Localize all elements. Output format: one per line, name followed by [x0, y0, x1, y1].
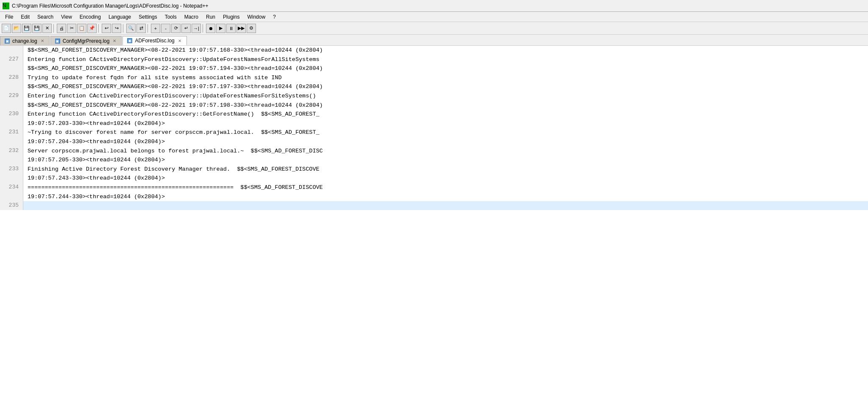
tab-changelog-label: change.log	[12, 38, 37, 44]
tab-adforest-close[interactable]: ✕	[177, 39, 182, 43]
line-number-14	[0, 174, 23, 183]
toolbar-record[interactable]: ⏺	[206, 24, 215, 33]
line-number-9: 231	[0, 128, 23, 137]
line-content-5[interactable]: Entering function CActiveDirectoryForest…	[23, 91, 868, 101]
line-content-10[interactable]: 19:07:57.204-330><thread=10244 (0x2804)>	[23, 137, 868, 147]
table-row: 230Entering function CActiveDirectoryFor…	[0, 110, 868, 119]
tab-changelog-close[interactable]: ✕	[40, 39, 45, 43]
toolbar-run[interactable]: ▶▶	[236, 24, 246, 33]
toolbar-save[interactable]: 💾	[22, 24, 31, 33]
tab-changelog-icon: ▣	[5, 39, 10, 44]
toolbar-open[interactable]: 📂	[12, 24, 21, 33]
app-icon: N	[3, 3, 9, 9]
line-number-17: 235	[0, 201, 23, 210]
toolbar: 📄 📂 💾 💾 ✕ 🖨 ✂ 📋 📌 ↩ ↪ 🔍 ⇄ + - ⟳ ↵ →| ⏺ ▶…	[0, 22, 868, 35]
toolbar-stop[interactable]: ⏸	[226, 24, 236, 33]
line-number-16	[0, 192, 23, 202]
toolbar-save-all[interactable]: 💾	[32, 24, 42, 33]
menu-item-settings[interactable]: Settings	[135, 13, 160, 21]
toolbar-zoom-out[interactable]: -	[161, 24, 170, 33]
toolbar-redo[interactable]: ↪	[112, 24, 121, 33]
table-row: 235	[0, 201, 868, 210]
table-row: 19:07:57.244-330><thread=10244 (0x2804)>	[0, 192, 868, 202]
line-number-11: 232	[0, 147, 23, 156]
line-content-7[interactable]: Entering function CActiveDirectoryForest…	[23, 110, 868, 119]
menu-item-file[interactable]: File	[2, 13, 17, 21]
table-row: $$<SMS_AD_FOREST_DISCOVERY_MANAGER><08-2…	[0, 46, 868, 55]
toolbar-replace[interactable]: ⇄	[136, 24, 146, 33]
line-content-15[interactable]: ========================================…	[23, 183, 868, 192]
menu-item-search[interactable]: Search	[34, 13, 57, 21]
table-row: 233Finishing Active Directory Forest Dis…	[0, 165, 868, 174]
line-number-12	[0, 155, 23, 165]
line-content-3[interactable]: Trying to update forest fqdn for all sit…	[23, 73, 868, 83]
line-content-1[interactable]: Entering function CActiveDirectoryForest…	[23, 55, 868, 64]
line-content-17[interactable]	[23, 201, 868, 210]
table-row: $$<SMS_AD_FOREST_DISCOVERY_MANAGER><08-2…	[0, 82, 868, 91]
line-number-10	[0, 137, 23, 147]
tab-configmgr-icon: ▣	[55, 39, 60, 44]
line-content-0[interactable]: $$<SMS_AD_FOREST_DISCOVERY_MANAGER><08-2…	[23, 46, 868, 55]
toolbar-indent[interactable]: →|	[192, 24, 201, 33]
toolbar-undo[interactable]: ↩	[102, 24, 111, 33]
line-content-4[interactable]: $$<SMS_AD_FOREST_DISCOVERY_MANAGER><08-2…	[23, 82, 868, 91]
editor-content[interactable]: $$<SMS_AD_FOREST_DISCOVERY_MANAGER><08-2…	[0, 46, 868, 407]
tab-adforest[interactable]: ▣ ADForestDisc.log ✕	[122, 36, 186, 45]
table-row: $$<SMS_AD_FOREST_DISCOVERY_MANAGER><08-2…	[0, 64, 868, 73]
table-row: 19:07:57.205-330><thread=10244 (0x2804)>	[0, 155, 868, 165]
menu-item-macro[interactable]: Macro	[181, 13, 202, 21]
line-content-9[interactable]: ~Trying to discover forest name for serv…	[23, 128, 868, 137]
menu-item-language[interactable]: Language	[105, 13, 134, 21]
line-content-11[interactable]: Server corpsccm.prajwal.local belongs to…	[23, 147, 868, 156]
table-row: 234=====================================…	[0, 183, 868, 192]
toolbar-close[interactable]: ✕	[42, 24, 52, 33]
line-content-2[interactable]: $$<SMS_AD_FOREST_DISCOVERY_MANAGER><08-2…	[23, 64, 868, 73]
menu-item-edit[interactable]: Edit	[17, 13, 33, 21]
table-row: 228Trying to update forest fqdn for all …	[0, 73, 868, 83]
tab-bar: ▣ change.log ✕ ▣ ConfigMgrPrereq.log ✕ ▣…	[0, 35, 868, 46]
title-text: C:\Program Files\Microsoft Configuration…	[12, 3, 209, 9]
toolbar-print[interactable]: 🖨	[57, 24, 66, 33]
tab-adforest-icon: ▣	[127, 38, 132, 43]
menu-item-window[interactable]: Window	[244, 13, 269, 21]
line-number-13: 233	[0, 165, 23, 174]
menu-item-tools[interactable]: Tools	[161, 13, 180, 21]
line-number-15: 234	[0, 183, 23, 192]
toolbar-paste[interactable]: 📌	[87, 24, 97, 33]
toolbar-macro[interactable]: ⚙	[247, 24, 256, 33]
table-row: $$<SMS_AD_FOREST_DISCOVERY_MANAGER><08-2…	[0, 101, 868, 110]
line-number-2	[0, 64, 23, 73]
menu-item-encoding[interactable]: Encoding	[76, 13, 104, 21]
line-number-1: 227	[0, 55, 23, 64]
line-content-6[interactable]: $$<SMS_AD_FOREST_DISCOVERY_MANAGER><08-2…	[23, 101, 868, 110]
line-content-14[interactable]: 19:07:57.243-330><thread=10244 (0x2804)>	[23, 174, 868, 183]
menu-item-?[interactable]: ?	[270, 13, 279, 21]
line-content-13[interactable]: Finishing Active Directory Forest Discov…	[23, 165, 868, 174]
line-number-5: 229	[0, 91, 23, 101]
table-row: 231~Trying to discover forest name for s…	[0, 128, 868, 137]
table-row: 19:07:57.204-330><thread=10244 (0x2804)>	[0, 137, 868, 147]
line-number-6	[0, 101, 23, 110]
menu-bar: FileEditSearchViewEncodingLanguageSettin…	[0, 12, 868, 22]
toolbar-sync[interactable]: ⟳	[171, 24, 181, 33]
table-row: 227Entering function CActiveDirectoryFor…	[0, 55, 868, 64]
toolbar-wrap[interactable]: ↵	[181, 24, 191, 33]
menu-item-view[interactable]: View	[58, 13, 75, 21]
toolbar-play[interactable]: ▶	[216, 24, 225, 33]
toolbar-new[interactable]: 📄	[2, 24, 11, 33]
tab-changelog[interactable]: ▣ change.log ✕	[0, 36, 50, 45]
toolbar-copy[interactable]: 📋	[77, 24, 86, 33]
toolbar-find[interactable]: 🔍	[126, 24, 136, 33]
toolbar-sep-3	[123, 24, 125, 33]
line-number-0	[0, 46, 23, 55]
toolbar-cut[interactable]: ✂	[67, 24, 76, 33]
tab-configmgr-close[interactable]: ✕	[112, 39, 117, 43]
line-content-16[interactable]: 19:07:57.244-330><thread=10244 (0x2804)>	[23, 192, 868, 202]
line-content-8[interactable]: 19:07:57.203-330><thread=10244 (0x2804)>	[23, 119, 868, 128]
tab-configmgr[interactable]: ▣ ConfigMgrPrereq.log ✕	[50, 36, 122, 45]
toolbar-zoom-in[interactable]: +	[151, 24, 160, 33]
menu-item-plugins[interactable]: Plugins	[220, 13, 243, 21]
line-content-12[interactable]: 19:07:57.205-330><thread=10244 (0x2804)>	[23, 155, 868, 165]
menu-item-run[interactable]: Run	[203, 13, 219, 21]
toolbar-sep-4	[147, 24, 149, 33]
